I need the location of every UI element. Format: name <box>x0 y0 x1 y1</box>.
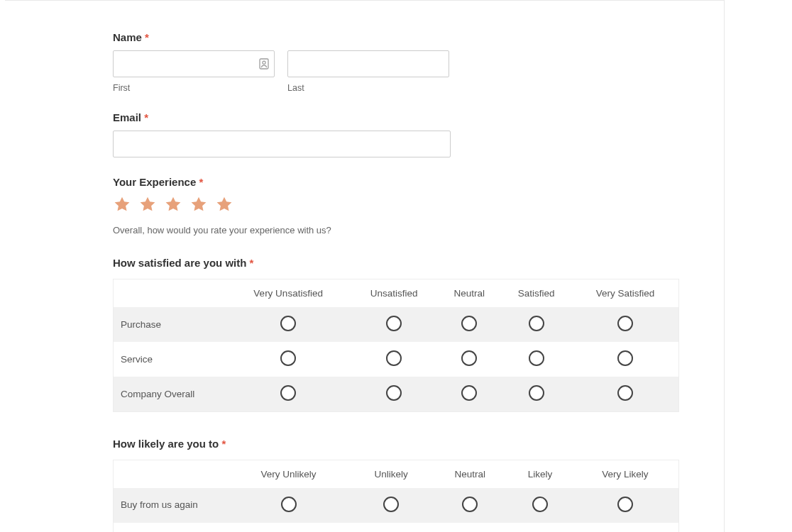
matrix-cell <box>572 488 679 523</box>
email-label-text: Email <box>113 111 141 123</box>
svg-point-1 <box>263 61 265 64</box>
star-rating <box>113 195 724 214</box>
radio-option[interactable] <box>383 497 399 512</box>
radio-option[interactable] <box>461 316 477 331</box>
matrix-blank-header <box>114 279 227 308</box>
name-required: * <box>145 31 149 43</box>
table-row: Company Overall <box>114 377 679 412</box>
matrix-cell <box>431 523 507 532</box>
matrix-row-label: Buy from us again <box>114 488 227 523</box>
star-icon[interactable] <box>189 195 208 214</box>
satisfied-label-text: How satisfied are you with <box>113 257 246 269</box>
table-row: Purchase <box>114 307 679 342</box>
first-name-sublabel: First <box>113 83 275 93</box>
satisfied-required: * <box>250 257 254 269</box>
star-icon[interactable] <box>215 195 233 214</box>
matrix-row-label: Company Overall <box>114 377 227 412</box>
radio-option[interactable] <box>529 350 544 366</box>
satisfied-section: How satisfied are you with * Very Unsati… <box>113 257 724 412</box>
email-required: * <box>144 111 148 123</box>
matrix-col-header: Neutral <box>438 279 500 308</box>
name-label-text: Name <box>113 31 142 43</box>
matrix-blank-header <box>114 460 227 489</box>
matrix-cell <box>500 307 572 342</box>
matrix-cell <box>572 307 678 342</box>
matrix-col-header: Very Unsatisfied <box>227 279 350 308</box>
survey-form: Name * First Last <box>5 1 724 532</box>
radio-option[interactable] <box>461 350 477 366</box>
matrix-cell <box>351 523 432 532</box>
last-name-sublabel: Last <box>287 83 449 93</box>
radio-option[interactable] <box>280 350 296 366</box>
radio-option[interactable] <box>617 316 633 331</box>
matrix-col-header: Unsatisfied <box>350 279 439 308</box>
radio-option[interactable] <box>281 497 297 512</box>
matrix-cell <box>227 488 351 523</box>
matrix-cell <box>227 307 350 342</box>
matrix-cell <box>572 342 678 377</box>
matrix-col-header: Satisfied <box>500 279 572 308</box>
radio-option[interactable] <box>386 350 402 366</box>
likely-label-text: How likely are you to <box>113 438 219 450</box>
likely-label: How likely are you to * <box>113 438 724 450</box>
form-page: Name * First Last <box>5 0 725 532</box>
matrix-col-header: Very Unlikely <box>227 460 351 489</box>
star-icon[interactable] <box>138 195 157 214</box>
radio-option[interactable] <box>529 316 544 331</box>
radio-option[interactable] <box>617 385 633 401</box>
email-input[interactable] <box>113 131 451 157</box>
matrix-cell <box>351 488 432 523</box>
matrix-cell <box>438 377 500 412</box>
radio-option[interactable] <box>617 497 633 512</box>
matrix-col-header: Unlikely <box>351 460 432 489</box>
likely-section: How likely are you to * Very UnlikelyUnl… <box>113 438 724 532</box>
matrix-cell <box>350 377 439 412</box>
radio-option[interactable] <box>386 316 402 331</box>
first-name-input[interactable] <box>113 50 275 77</box>
matrix-cell <box>572 377 678 412</box>
matrix-col-header: Very Satisfied <box>572 279 678 308</box>
radio-option[interactable] <box>461 385 477 401</box>
matrix-cell <box>508 523 572 532</box>
name-field: Name * First Last <box>113 31 724 93</box>
table-row: Buy from us again <box>114 488 679 523</box>
matrix-cell <box>500 342 572 377</box>
matrix-row-label: Purchase <box>114 307 227 342</box>
radio-option[interactable] <box>462 497 478 512</box>
matrix-cell <box>227 377 350 412</box>
matrix-cell <box>438 342 500 377</box>
table-row: Recommend our product to others <box>114 523 679 532</box>
radio-option[interactable] <box>532 497 548 512</box>
radio-option[interactable] <box>280 385 296 401</box>
star-icon[interactable] <box>164 195 182 214</box>
experience-helper: Overall, how would you rate your experie… <box>113 225 724 235</box>
matrix-cell <box>431 488 507 523</box>
satisfied-label: How satisfied are you with * <box>113 257 724 269</box>
last-name-input[interactable] <box>287 50 449 77</box>
matrix-cell <box>227 523 351 532</box>
radio-option[interactable] <box>280 316 296 331</box>
experience-label: Your Experience * <box>113 176 724 188</box>
satisfied-matrix: Very UnsatisfiedUnsatisfiedNeutralSatisf… <box>113 279 679 412</box>
experience-label-text: Your Experience <box>113 176 196 188</box>
matrix-cell <box>500 377 572 412</box>
matrix-cell <box>350 342 439 377</box>
experience-required: * <box>199 176 203 188</box>
matrix-row-label: Recommend our product to others <box>114 523 227 532</box>
radio-option[interactable] <box>529 385 544 401</box>
name-label: Name * <box>113 31 724 43</box>
likely-required: * <box>221 438 226 450</box>
radio-option[interactable] <box>617 350 633 366</box>
email-label: Email * <box>113 111 724 123</box>
table-row: Service <box>114 342 679 377</box>
matrix-col-header: Neutral <box>431 460 507 489</box>
star-icon[interactable] <box>113 195 131 214</box>
matrix-row-label: Service <box>114 342 227 377</box>
matrix-col-header: Likely <box>508 460 572 489</box>
matrix-cell <box>572 523 679 532</box>
matrix-col-header: Very Likely <box>572 460 679 489</box>
email-field: Email * <box>113 111 724 157</box>
contact-card-icon <box>259 58 269 70</box>
radio-option[interactable] <box>386 385 402 401</box>
likely-matrix: Very UnlikelyUnlikelyNeutralLikelyVery L… <box>113 460 679 532</box>
